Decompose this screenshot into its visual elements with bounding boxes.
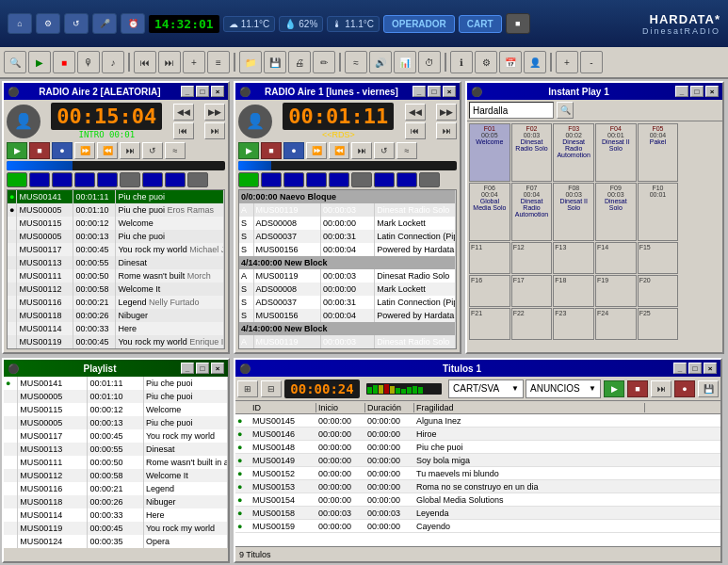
radio2-close[interactable]: × xyxy=(211,86,224,97)
tb-minus1[interactable]: - xyxy=(580,51,603,73)
tb-user[interactable]: 👤 xyxy=(524,51,546,73)
cart-btn[interactable]: CART xyxy=(459,15,502,33)
radio1-btn1[interactable]: ◀◀ xyxy=(405,104,426,121)
instant-cell[interactable]: F06 00:04 Global Media Solo xyxy=(469,183,510,241)
tb-info[interactable]: ℹ xyxy=(450,51,473,73)
instant-cell[interactable]: F04 00:01 Dinesat II Solo xyxy=(595,123,637,182)
table-row[interactable]: MUS0011600:00:21Legend Nelly Furtado xyxy=(8,296,224,309)
table-row[interactable]: SADS0003700:00:31Latin Connection (Pipi-… xyxy=(239,296,456,309)
radio2-play[interactable]: ▶ xyxy=(7,142,27,159)
tb-mic[interactable]: 🎙 xyxy=(77,51,100,73)
table-row[interactable]: ● MUS00146 00:00:00 00:00:00 Hiroe xyxy=(235,428,720,441)
instant-cell[interactable]: F24 xyxy=(595,308,637,340)
table-row[interactable]: MUS0011400:00:33Here xyxy=(8,322,224,335)
instant-cell[interactable]: F07 00:04 Dinesat Radio Automotion xyxy=(511,183,553,241)
table-row[interactable]: AMUS0011900:00:03Dinesat Radio Solo xyxy=(239,269,456,282)
table-row[interactable]: MUS0011700:00:45You rock my world xyxy=(4,429,228,443)
tb-next[interactable]: ⏭ xyxy=(158,51,181,73)
radio2-cbtn8[interactable] xyxy=(165,172,186,187)
table-row[interactable]: MUS0011200:00:58Welcome It xyxy=(8,282,224,296)
table-row[interactable]: ● MUS00152 00:00:00 00:00:00 Tu maevels … xyxy=(235,467,720,480)
home-btn[interactable]: ⌂ xyxy=(8,13,32,34)
instant-cell[interactable]: F01 00:05 Welcome xyxy=(469,123,510,182)
anuncios-dropdown[interactable]: ANUNCIOS ▼ xyxy=(526,379,601,398)
radio1-rwd[interactable]: ⏪ xyxy=(329,142,349,159)
extra-btn[interactable]: ■ xyxy=(506,13,530,34)
table-row[interactable]: MUS0011700:00:45You rock my world Michae… xyxy=(8,243,224,256)
tb-schedule[interactable]: 📅 xyxy=(499,51,522,73)
radio1-maximize[interactable]: □ xyxy=(428,86,441,97)
playlist-close[interactable]: × xyxy=(211,363,224,374)
radio2-progress[interactable] xyxy=(7,161,225,170)
instant-cell[interactable]: F22 xyxy=(511,308,553,340)
radio2-loop[interactable]: ↺ xyxy=(142,142,163,159)
radio2-btn4[interactable]: ⏭ xyxy=(204,122,225,139)
instant-search-btn[interactable]: 🔍 xyxy=(557,102,574,119)
titulos-icon2[interactable]: ⊟ xyxy=(261,380,282,397)
radio1-fwd[interactable]: ⏩ xyxy=(306,142,327,159)
tb-add[interactable]: + xyxy=(183,51,205,73)
radio2-rec[interactable]: ● xyxy=(52,142,73,159)
radio2-maximize[interactable]: □ xyxy=(196,86,209,97)
table-row[interactable]: ● MUS00149 00:00:00 00:00:00 Soy bola mi… xyxy=(235,454,720,467)
tb-list[interactable]: ≡ xyxy=(207,51,230,73)
instant-cell[interactable]: F25 xyxy=(638,308,679,340)
tb-stop[interactable]: ■ xyxy=(53,51,75,73)
radio2-rwd[interactable]: ⏪ xyxy=(97,142,118,159)
table-row[interactable]: MUS0011200:00:58Welcome It xyxy=(4,469,228,482)
table-row[interactable]: SADS0000800:00:00Mark Lockett xyxy=(239,282,456,296)
instant-cell[interactable]: F09 00:03 Dinesat Solo xyxy=(595,183,637,241)
table-row[interactable]: SMUS0015600:00:04Powered by Hardata xyxy=(239,243,456,256)
radio1-mix[interactable]: ≈ xyxy=(396,142,417,159)
radio1-cbtn9[interactable] xyxy=(419,172,440,187)
radio2-skip[interactable]: ⏭ xyxy=(120,142,140,159)
instant-close[interactable]: × xyxy=(705,86,719,97)
radio1-cbtn7[interactable] xyxy=(374,172,395,187)
radio2-cbtn6[interactable] xyxy=(120,172,140,187)
tb-music[interactable]: ♪ xyxy=(102,51,124,73)
instant-cell[interactable]: F19 xyxy=(595,275,637,307)
tb-play[interactable]: ▶ xyxy=(28,51,51,73)
table-row[interactable]: MUS0011400:00:33Here xyxy=(4,508,228,522)
radio2-playlist[interactable]: ● MUS00141 00:01:11 Piu che puoi ●MUS000… xyxy=(7,189,225,349)
titulos-minimize[interactable]: _ xyxy=(673,363,687,374)
radio1-minimize[interactable]: _ xyxy=(413,86,426,97)
table-row[interactable]: ● MUS00159 00:00:00 00:00:00 Cayendo xyxy=(235,520,720,533)
table-row[interactable]: MUS0000500:00:13Piu che puoi xyxy=(4,416,228,429)
instant-cell[interactable]: F23 xyxy=(553,308,594,340)
table-row[interactable]: MUS0011800:00:26Nibuger xyxy=(8,309,224,322)
titulos-stop[interactable]: ■ xyxy=(627,380,648,397)
clock-btn[interactable]: ⏰ xyxy=(121,13,145,34)
table-row[interactable]: MUS0012400:00:35Opera xyxy=(4,535,228,548)
radio2-cbtn3[interactable] xyxy=(52,172,73,187)
table-row[interactable]: ● MUS00148 00:00:00 00:00:00 Piu che puo… xyxy=(235,441,720,454)
table-row[interactable]: ●MUS0000500:01:10Piu che puoi Eros Ramas xyxy=(8,203,224,217)
instant-cell[interactable]: F08 00:03 Dinesat II Solo xyxy=(553,183,594,241)
table-row[interactable]: ●MUS0014100:01:11Piu che puoi xyxy=(4,377,228,390)
table-row[interactable]: MUS0011500:00:12Welcome xyxy=(8,217,224,230)
table-row[interactable]: MUS0011900:00:45You rock my world xyxy=(4,522,228,535)
refresh-btn[interactable]: ↺ xyxy=(64,13,89,34)
instant-cell[interactable]: F18 xyxy=(553,275,594,307)
table-row[interactable]: MUS0011300:00:55Dinesat xyxy=(4,443,228,456)
radio1-skip[interactable]: ⏭ xyxy=(351,142,372,159)
table-row[interactable]: ● MUS00153 00:00:00 00:00:00 Roma no se … xyxy=(235,480,720,493)
tb-vol[interactable]: 🔊 xyxy=(369,51,392,73)
radio2-btn2[interactable]: ⏮ xyxy=(173,122,194,139)
cart-sva-dropdown[interactable]: CART/SVA ▼ xyxy=(448,379,524,398)
table-row[interactable]: MUS0011800:00:26Nibuger xyxy=(4,495,228,508)
radio1-playlist[interactable]: 0/0:00:00 Naevo Bloque AMUS0011900:00:03… xyxy=(238,189,457,349)
instant-cell[interactable]: F10 00:01 xyxy=(638,183,679,241)
table-row[interactable]: MUS0012400:00:35Opera xyxy=(8,348,224,349)
tb-vu[interactable]: 📊 xyxy=(394,51,416,73)
tb-search[interactable]: 🔍 xyxy=(4,51,26,73)
titulos-play[interactable]: ▶ xyxy=(604,380,624,397)
table-row[interactable]: MUS0000500:00:13Piu che puoi xyxy=(8,230,224,243)
radio2-fwd[interactable]: ⏩ xyxy=(74,142,95,159)
instant-cell[interactable]: F05 00:04 Pakel xyxy=(638,123,679,182)
tb-print[interactable]: 🖨 xyxy=(288,51,311,73)
instant-search-box[interactable]: Hardalla xyxy=(469,102,554,119)
playlist-minimize[interactable]: _ xyxy=(181,363,194,374)
tb-plus1[interactable]: + xyxy=(556,51,578,73)
instant-cell[interactable]: F12 xyxy=(511,242,553,274)
